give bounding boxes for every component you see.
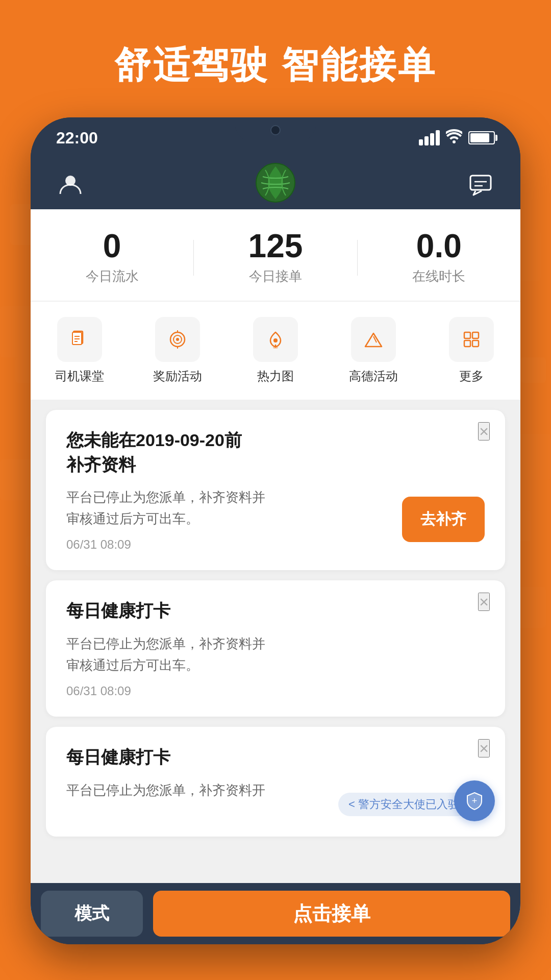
- stat-online-value: 0.0: [358, 230, 520, 262]
- menu-item-heatmap[interactable]: 热力图: [227, 317, 324, 384]
- menu-label-more: 更多: [459, 368, 484, 384]
- stat-orders-value: 125: [194, 230, 357, 262]
- menu-label-reward: 奖励活动: [153, 368, 202, 384]
- menu-item-driver-class[interactable]: 司机课堂: [31, 317, 129, 384]
- menu-label-driver-class: 司机课堂: [55, 368, 104, 384]
- card2-desc: 平台已停止为您派单，补齐资料并审核通过后方可出车。: [66, 633, 485, 676]
- notch: [235, 117, 316, 143]
- card2-time: 06/31 08:09: [66, 684, 485, 698]
- card1-body: 平台已停止为您派单，补齐资料并审核通过后方可出车。 06/31 08:09 去补…: [66, 487, 485, 552]
- gaode-icon: [351, 317, 396, 362]
- cards-section: × 您未能在2019-09-20前补齐资料 平台已停止为您派单，补齐资料并审核通…: [31, 400, 520, 847]
- stat-flow-label: 今日流水: [31, 267, 193, 285]
- status-time: 22:00: [56, 129, 98, 148]
- card3-title: 每日健康打卡: [66, 745, 485, 770]
- card-document-alert: × 您未能在2019-09-20前补齐资料 平台已停止为您派单，补齐资料并审核通…: [46, 410, 505, 570]
- more-icon: [449, 317, 494, 362]
- shield-button[interactable]: +: [454, 780, 495, 821]
- profile-icon[interactable]: [56, 169, 85, 198]
- quick-menu: 司机课堂 奖励活动: [31, 302, 520, 400]
- svg-rect-23: [472, 340, 479, 347]
- menu-label-heatmap: 热力图: [257, 368, 294, 384]
- card2-title: 每日健康打卡: [66, 599, 485, 623]
- stat-daily-orders: 125 今日接单: [194, 230, 357, 285]
- card2-close-button[interactable]: ×: [478, 593, 490, 611]
- reward-icon: [155, 317, 200, 362]
- bottom-bar: 模式 点击接单: [31, 883, 520, 944]
- card1-content: 平台已停止为您派单，补齐资料并审核通过后方可出车。 06/31 08:09: [66, 487, 392, 552]
- app-logo: [255, 162, 296, 205]
- phone-content: 0 今日流水 125 今日接单 0.0 在线时长: [31, 209, 520, 918]
- driver-class-icon: [57, 317, 102, 362]
- signal-icon: [419, 130, 440, 145]
- svg-rect-22: [464, 340, 470, 347]
- order-button[interactable]: 点击接单: [153, 891, 510, 937]
- menu-label-gaode: 高德活动: [349, 368, 398, 384]
- phone-frame: 22:00: [31, 117, 520, 944]
- message-icon[interactable]: [466, 169, 495, 198]
- svg-text:+: +: [472, 796, 478, 806]
- front-camera: [270, 125, 281, 135]
- card1-time: 06/31 08:09: [66, 537, 392, 552]
- card1-desc: 平台已停止为您派单，补齐资料并审核通过后方可出车。: [66, 487, 392, 529]
- status-icons: [419, 129, 495, 147]
- app-navbar: [31, 158, 520, 209]
- card3-close-button[interactable]: ×: [478, 739, 490, 757]
- svg-rect-3: [470, 176, 491, 190]
- stat-daily-flow: 0 今日流水: [31, 230, 193, 285]
- card1-title: 您未能在2019-09-20前补齐资料: [66, 428, 485, 477]
- mode-button[interactable]: 模式: [41, 891, 143, 937]
- safety-badge: < 警方安全大使已入驻: [338, 793, 469, 816]
- stat-flow-value: 0: [31, 230, 193, 262]
- card1-close-button[interactable]: ×: [478, 422, 490, 440]
- stat-online-label: 在线时长: [358, 267, 520, 285]
- svg-point-18: [273, 347, 278, 349]
- header-slogan: 舒适驾驶 智能接单: [0, 41, 551, 90]
- wifi-icon: [446, 129, 462, 147]
- stat-online-time: 0.0 在线时长: [358, 230, 520, 285]
- svg-rect-20: [464, 332, 470, 338]
- safety-badge-text: < 警方安全大使已入驻: [348, 797, 459, 812]
- svg-rect-21: [472, 332, 479, 338]
- stat-orders-label: 今日接单: [194, 267, 357, 285]
- status-bar: 22:00: [31, 117, 520, 158]
- menu-item-more[interactable]: 更多: [422, 317, 520, 384]
- heatmap-icon: [253, 317, 298, 362]
- svg-point-16: [273, 338, 278, 342]
- stats-section: 0 今日流水 125 今日接单 0.0 在线时长: [31, 209, 520, 301]
- svg-point-13: [176, 338, 179, 341]
- battery-icon: [468, 131, 495, 144]
- menu-item-gaode[interactable]: 高德活动: [324, 317, 422, 384]
- card-daily-health-2: × 每日健康打卡 平台已停止为您派单，补齐资料开 < 警方安全大使已入驻 +: [46, 727, 505, 837]
- menu-item-reward[interactable]: 奖励活动: [129, 317, 227, 384]
- card1-action-button[interactable]: 去补齐: [402, 497, 485, 542]
- card-daily-health: × 每日健康打卡 平台已停止为您派单，补齐资料并审核通过后方可出车。 06/31…: [46, 580, 505, 717]
